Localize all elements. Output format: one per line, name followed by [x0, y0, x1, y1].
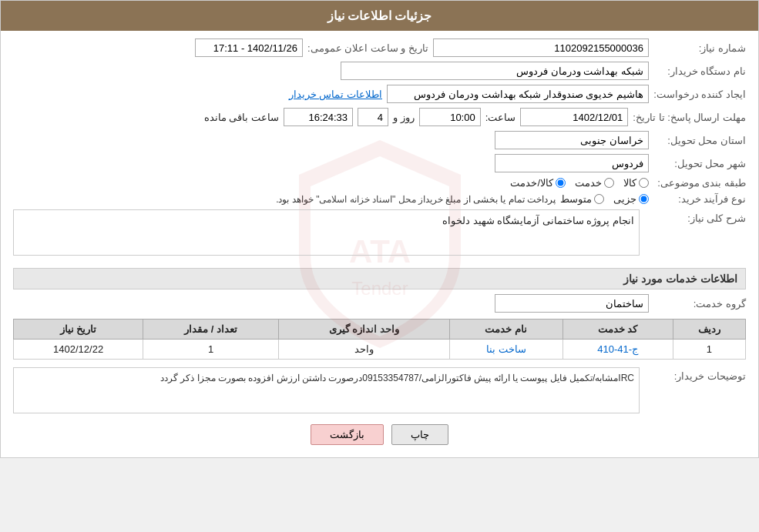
purchase-jozi-label: جزیی — [613, 193, 636, 205]
buyer-org-row: نام دستگاه خریدار: — [13, 62, 746, 80]
cell-unit: واحد — [279, 340, 450, 360]
deadline-time-input[interactable] — [419, 108, 481, 126]
category-khadamat-radio[interactable] — [604, 178, 614, 188]
cell-service-name: ساخت بنا — [449, 340, 563, 360]
buyer-desc-area: IRCمشابه/تکمیل فایل پیوست یا ارائه پیش ف… — [13, 367, 640, 413]
announcement-input[interactable] — [195, 38, 303, 57]
purchase-type-label: نوع فرآیند خرید: — [653, 193, 746, 205]
category-both-item: کالا/خدمت — [510, 177, 566, 189]
page-header: جزئیات اطلاعات نیاز — [1, 1, 758, 31]
province-row: استان محل تحویل: — [13, 131, 746, 149]
page-title: جزئیات اطلاعات نیاز — [327, 9, 432, 22]
category-both-radio[interactable] — [556, 178, 566, 188]
category-kala-radio[interactable] — [639, 178, 649, 188]
deadline-date-input[interactable] — [520, 108, 628, 126]
table-header-row: ردیف کد خدمت نام خدمت واحد اندازه گیری ت… — [14, 320, 746, 340]
cell-quantity: 1 — [143, 340, 279, 360]
col-row: ردیف — [673, 320, 745, 340]
category-both-label: کالا/خدمت — [510, 177, 553, 189]
deadline-days-input[interactable] — [358, 108, 388, 126]
category-label: طبقه بندی موضوعی: — [653, 177, 746, 189]
deadline-remaining-input[interactable] — [284, 108, 353, 126]
need-number-input[interactable] — [433, 38, 649, 57]
category-radio-group: کالا خدمت کالا/خدمت — [510, 177, 649, 189]
deadline-days-label: روز و — [393, 112, 415, 123]
print-button[interactable]: چاپ — [391, 424, 448, 445]
province-input[interactable] — [495, 131, 649, 149]
purchase-mota-radio[interactable] — [594, 194, 604, 204]
col-unit: واحد اندازه گیری — [279, 320, 450, 340]
purchase-jozi-radio[interactable] — [639, 194, 649, 204]
category-kala-label: کالا — [623, 177, 636, 189]
need-desc-area: انجام پروژه ساختمانی آزمایشگاه شهید دلخو… — [13, 209, 640, 256]
buyer-desc-row: توضیحات خریدار: IRCمشابه/تکمیل فایل پیوس… — [13, 367, 746, 413]
city-row: شهر محل تحویل: — [13, 154, 746, 172]
back-button[interactable]: بازگشت — [311, 424, 384, 445]
category-row: طبقه بندی موضوعی: کالا خدمت کالا/خدمت — [13, 177, 746, 189]
city-label: شهر محل تحویل: — [653, 158, 746, 169]
need-desc-value: انجام پروژه ساختمانی آزمایشگاه شهید دلخو… — [442, 215, 634, 226]
col-quantity: تعداد / مقدار — [143, 320, 279, 340]
need-number-label: شماره نیاز: — [653, 42, 746, 54]
bottom-buttons: چاپ بازگشت — [13, 424, 746, 445]
col-service-name: نام خدمت — [449, 320, 563, 340]
cell-date: 1402/12/22 — [14, 340, 143, 360]
creator-label: ایجاد کننده درخواست: — [653, 89, 746, 100]
deadline-time-label: ساعت: — [485, 112, 516, 123]
purchase-mota-item: متوسط — [560, 193, 604, 205]
deadline-label: مهلت ارسال پاسخ: تا تاریخ: — [633, 112, 746, 123]
contact-link[interactable]: اطلاعات تماس خریدار — [289, 89, 382, 100]
category-khadamat-label: خدمت — [575, 177, 602, 189]
city-input[interactable] — [495, 154, 649, 172]
service-group-label: گروه خدمت: — [653, 298, 746, 309]
service-group-input[interactable] — [495, 294, 649, 313]
purchase-mota-label: متوسط — [560, 193, 592, 205]
province-label: استان محل تحویل: — [653, 135, 746, 146]
service-group-row: گروه خدمت: — [13, 294, 746, 313]
purchase-type-row: نوع فرآیند خرید: جزیی متوسط پرداخت تمام … — [13, 193, 746, 205]
purchase-note: پرداخت تمام یا بخشی از مبلغ خریداز محل "… — [276, 194, 556, 205]
services-table: ردیف کد خدمت نام خدمت واحد اندازه گیری ت… — [13, 319, 746, 360]
need-desc-label: شرح کلی نیاز: — [646, 209, 746, 224]
buyer-desc-value: IRCمشابه/تکمیل فایل پیوست یا ارائه پیش ف… — [160, 373, 634, 383]
announcement-label: تاریخ و ساعت اعلان عمومی: — [307, 42, 428, 54]
purchase-type-radio-group: جزیی متوسط — [560, 193, 649, 205]
creator-input[interactable] — [387, 85, 649, 103]
buyer-org-input[interactable] — [341, 62, 649, 80]
buyer-org-label: نام دستگاه خریدار: — [653, 65, 746, 77]
col-service-code: کد خدمت — [563, 320, 673, 340]
category-khadamat-item: خدمت — [575, 177, 614, 189]
creator-row: ایجاد کننده درخواست: اطلاعات تماس خریدار — [13, 85, 746, 103]
col-date: تاریخ نیاز — [14, 320, 143, 340]
need-desc-row: شرح کلی نیاز: انجام پروژه ساختمانی آزمای… — [13, 209, 746, 260]
services-section-title: اطلاعات خدمات مورد نیاز — [13, 268, 746, 289]
buyer-desc-label: توضیحات خریدار: — [646, 367, 746, 382]
deadline-remaining-label: ساعت باقی مانده — [204, 112, 279, 123]
need-number-row: شماره نیاز: تاریخ و ساعت اعلان عمومی: — [13, 38, 746, 57]
table-row: 1 ج-41-410 ساخت بنا واحد 1 1402/12/22 — [14, 340, 746, 360]
cell-row: 1 — [673, 340, 745, 360]
cell-service-code: ج-41-410 — [563, 340, 673, 360]
deadline-row: مهلت ارسال پاسخ: تا تاریخ: ساعت: روز و س… — [13, 108, 746, 126]
purchase-jozi-item: جزیی — [613, 193, 649, 205]
category-kala-item: کالا — [623, 177, 649, 189]
